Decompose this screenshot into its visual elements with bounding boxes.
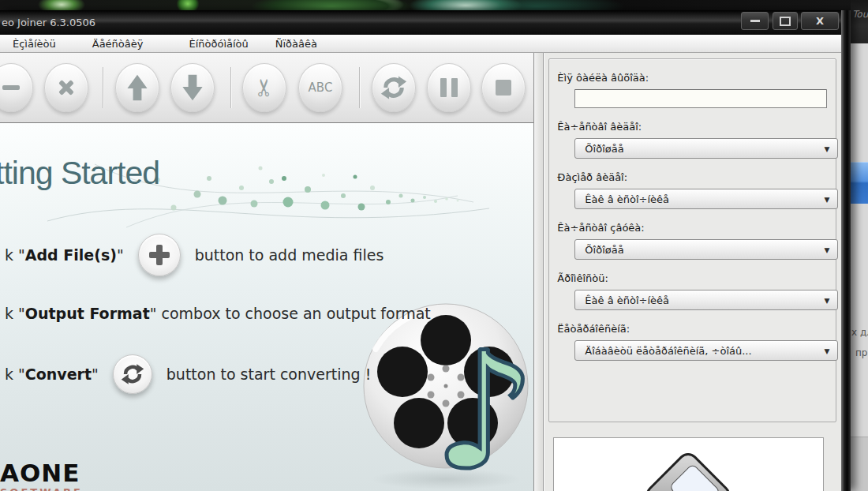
stop-button[interactable] (481, 63, 526, 112)
x-icon (56, 77, 77, 98)
title-bar[interactable]: eo Joiner 6.3.0506 (0, 10, 841, 35)
cut-button[interactable]: ✂ (242, 63, 286, 112)
move-up-button[interactable] (115, 63, 159, 112)
step-convert: k "Convert" button to start converting ! (5, 354, 371, 394)
video-quality-label: Êà÷åñòâî âèäåî: (557, 121, 836, 133)
preview-box (553, 437, 824, 491)
arrow-down-icon (178, 72, 207, 103)
menu-help[interactable]: Ñïðàâêà (271, 36, 322, 51)
maximize-icon (780, 17, 791, 26)
step1-action: Add File(s) (25, 246, 117, 264)
window-title: eo Joiner 6.3.0506 (2, 17, 95, 28)
menu-bar: Èçìåíèòü Äåéñòâèÿ Èíñòðóìåíòû Ñïðàâêà (0, 35, 841, 53)
step3-rest: button to start converting ! (166, 365, 371, 383)
media-file-icon (639, 446, 738, 491)
logo-text: AONE (0, 461, 83, 485)
delete-button[interactable] (44, 63, 88, 112)
minimize-button[interactable] (741, 12, 769, 30)
step1-rest: button to add media files (195, 246, 384, 264)
page-title: tting Started (0, 155, 159, 192)
letterbox-dropdown[interactable]: Äîáàâèòü ëåòåðáîêñèíã, ÷òîáû... ▼ (574, 340, 838, 361)
volume-label: Ãðîìêîñòü: (557, 272, 836, 284)
menu-actions[interactable]: Äåéñòâèÿ (88, 36, 148, 51)
toolbar-separator (359, 67, 360, 108)
menu-tools[interactable]: Èíñòðóìåíòû (184, 36, 253, 51)
add-files-button[interactable] (138, 234, 181, 276)
chevron-down-icon: ▼ (824, 347, 829, 355)
background-window-text-line2: пр (855, 347, 867, 358)
audio-quality-dropdown[interactable]: Õîðîøåå ▼ (574, 239, 838, 260)
step1-quote: " (117, 246, 124, 264)
volume-dropdown[interactable]: Êàê â èñòî÷íèêå ▼ (574, 290, 838, 310)
output-filename-label: Èìÿ ôàéëà âûõîäà: (557, 72, 836, 84)
video-quality-dropdown[interactable]: Õîðîøåå ▼ (574, 138, 838, 159)
chevron-down-icon: ▼ (824, 196, 829, 204)
abc-icon: ABC (309, 81, 333, 95)
background-window-footer (851, 437, 868, 491)
brand-logo: AONE SOFTWARE (0, 461, 83, 491)
text-button[interactable]: ABC (298, 63, 342, 112)
panel-divider (534, 53, 544, 491)
step-add-files: k "Add File(s)" button to add media file… (5, 234, 383, 276)
main-area: tting Started k "Add File(s)" button to … (0, 123, 533, 491)
chevron-down-icon: ▼ (824, 246, 829, 254)
step2-action: Output Format (25, 305, 150, 322)
letterbox-label: Ëåòåðáîêñèíã: (557, 323, 836, 335)
stop-icon (496, 80, 511, 96)
convert-icon (380, 74, 407, 101)
video-size-dropdown[interactable]: Êàê â èñòî÷íèêå ▼ (574, 189, 838, 209)
pause-icon (440, 78, 458, 97)
convert-start-button[interactable] (113, 354, 152, 394)
menu-edit[interactable]: Èçìåíèòü (8, 36, 61, 51)
step-output-format: k "Output Format" combox to choose an ou… (5, 305, 431, 322)
close-icon: X (816, 16, 824, 26)
plus-icon (149, 245, 170, 265)
logo-subtext: SOFTWARE (0, 486, 83, 491)
convert-icon (121, 362, 144, 386)
output-settings-group: Èìÿ ôàéëà âûõîäà: Êà÷åñòâî âèäåî: Õîðîøå… (548, 58, 836, 422)
settings-panel: Èìÿ ôàéëà âûõîäà: Êà÷åñòâî âèäåî: Õîðîøå… (544, 53, 841, 491)
step2-rest: " combox to choose an output format (150, 305, 431, 322)
maximize-button[interactable] (773, 12, 798, 30)
desktop-background-strip (0, 0, 868, 10)
background-window-header: Tou (851, 0, 868, 43)
toolbar-separator (103, 67, 103, 108)
background-window-header-text: Tou (852, 9, 868, 20)
minimize-icon (750, 20, 760, 22)
video-size-label: Ðàçìåð âèäåî: (557, 171, 836, 183)
close-button[interactable]: X (801, 12, 839, 30)
step3-lead: k " (5, 365, 25, 383)
convert-button[interactable] (372, 63, 416, 112)
step1-lead: k " (5, 246, 25, 264)
step2-lead: k " (5, 305, 25, 322)
output-filename-input[interactable] (574, 89, 827, 108)
arrow-up-icon (123, 72, 152, 103)
minus-icon (2, 85, 20, 90)
chevron-down-icon: ▼ (824, 297, 829, 305)
audio-quality-label: Êà÷åñòâî çâóêà: (557, 222, 836, 234)
chevron-down-icon: ▼ (824, 145, 829, 153)
background-window-selection-bar[interactable] (851, 162, 868, 204)
scissors-icon: ✂ (253, 77, 276, 97)
step3-action: Convert (25, 365, 92, 383)
toolbar-separator (230, 67, 231, 108)
background-window-text-line1: х дл (851, 327, 868, 338)
music-note-icon: ♪ (433, 335, 533, 489)
pause-button[interactable] (427, 63, 471, 112)
step3-quote: " (92, 365, 99, 383)
window-frame-edge (841, 10, 851, 491)
toolbar: ✂ ABC (0, 53, 533, 123)
move-down-button[interactable] (170, 63, 215, 112)
background-window[interactable]: Tou х дл пр (851, 0, 868, 491)
app-window: eo Joiner 6.3.0506 X Èçìåíèòü Äåéñòâèÿ È… (0, 10, 851, 491)
remove-file-button[interactable] (0, 63, 33, 112)
